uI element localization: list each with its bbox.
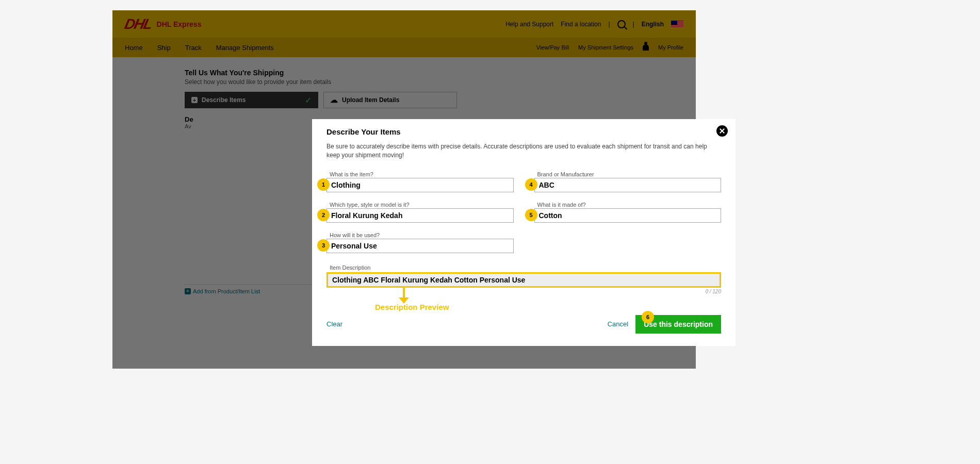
cancel-button[interactable]: Cancel	[608, 320, 628, 328]
field-what-is-item: 1 What is the item?	[326, 171, 514, 192]
item-description-box: Item Description Clothing ABC Floral Kur…	[326, 262, 721, 294]
step-badge-3: 3	[317, 239, 330, 252]
close-icon[interactable]	[716, 125, 728, 137]
step-badge-2: 2	[317, 209, 330, 221]
label-item-description: Item Description	[326, 264, 370, 271]
clear-button[interactable]: Clear	[326, 320, 342, 328]
input-type[interactable]	[326, 208, 514, 223]
field-type: 2 Which type, style or model is it?	[326, 202, 514, 223]
modal-footer: Clear Cancel Use this description	[326, 315, 721, 334]
step-badge-4: 4	[525, 178, 537, 191]
description-preview-label: Description Preview	[375, 303, 449, 311]
input-what[interactable]	[326, 178, 514, 192]
char-counter: 0 / 120	[326, 289, 721, 294]
label-brand: Brand or Manufacturer	[534, 171, 722, 177]
label-what: What is the item?	[326, 171, 514, 177]
step-badge-6: 6	[642, 311, 654, 323]
input-made[interactable]	[534, 208, 722, 223]
arrow-annotation	[403, 287, 405, 299]
input-use[interactable]	[326, 239, 514, 253]
step-badge-5: 5	[525, 209, 537, 221]
label-use: How will it be used?	[326, 232, 514, 238]
field-brand: 4 Brand or Manufacturer	[534, 171, 722, 192]
field-how-used: 3 How will it be used?	[326, 232, 514, 253]
field-made-of: 5 What is it made of?	[534, 202, 722, 223]
label-type: Which type, style or model is it?	[326, 202, 514, 208]
step-badge-1: 1	[317, 178, 330, 191]
modal-description: Be sure to accurately describe items wit…	[326, 142, 721, 160]
modal-title: Describe Your Items	[326, 127, 721, 136]
describe-items-modal: Describe Your Items Be sure to accuratel…	[312, 119, 736, 346]
label-made: What is it made of?	[534, 202, 722, 208]
item-description-preview: Clothing ABC Floral Kurung Kedah Cotton …	[326, 272, 721, 288]
input-brand[interactable]	[534, 178, 722, 192]
